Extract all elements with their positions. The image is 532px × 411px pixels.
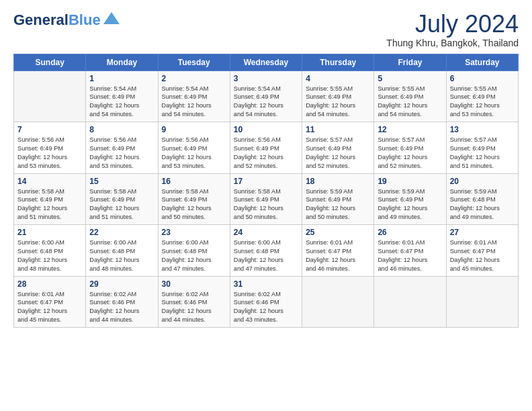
location: Thung Khru, Bangkok, Thailand <box>386 38 519 48</box>
day-info: Sunrise: 5:59 AMSunset: 6:49 PMDaylight:… <box>378 187 442 222</box>
day-info: Sunrise: 5:57 AMSunset: 6:49 PMDaylight:… <box>306 136 370 171</box>
day-info: Sunrise: 5:56 AMSunset: 6:49 PMDaylight:… <box>89 136 154 171</box>
calendar-table: SundayMondayTuesdayWednesdayThursdayFrid… <box>13 54 519 328</box>
day-info: Sunrise: 5:58 AMSunset: 6:49 PMDaylight:… <box>17 187 82 222</box>
calendar-cell: 16Sunrise: 5:58 AMSunset: 6:49 PMDayligh… <box>158 173 230 225</box>
weekday-header-cell: Tuesday <box>158 54 230 71</box>
day-info: Sunrise: 6:02 AMSunset: 6:46 PMDaylight:… <box>162 290 226 325</box>
day-info: Sunrise: 6:00 AMSunset: 6:48 PMDaylight:… <box>162 238 226 273</box>
day-number: 15 <box>89 177 154 186</box>
day-info: Sunrise: 6:01 AMSunset: 6:47 PMDaylight:… <box>306 238 370 273</box>
day-number: 3 <box>234 74 298 83</box>
day-info: Sunrise: 5:57 AMSunset: 6:49 PMDaylight:… <box>378 136 442 171</box>
day-number: 1 <box>89 74 154 83</box>
logo: GeneralBlue <box>13 11 121 30</box>
calendar-week-row: 7Sunrise: 5:56 AMSunset: 6:49 PMDaylight… <box>14 122 519 174</box>
day-number: 9 <box>162 125 226 134</box>
calendar-week-row: 28Sunrise: 6:01 AMSunset: 6:47 PMDayligh… <box>14 276 519 328</box>
calendar-cell: 17Sunrise: 5:58 AMSunset: 6:49 PMDayligh… <box>230 173 302 225</box>
weekday-header-cell: Wednesday <box>230 54 302 71</box>
day-info: Sunrise: 5:54 AMSunset: 6:49 PMDaylight:… <box>162 85 226 120</box>
title-area: July 2024 Thung Khru, Bangkok, Thailand <box>386 11 519 48</box>
day-info: Sunrise: 5:58 AMSunset: 6:49 PMDaylight:… <box>234 187 298 222</box>
day-info: Sunrise: 5:55 AMSunset: 6:49 PMDaylight:… <box>450 85 515 120</box>
day-number: 2 <box>162 74 226 83</box>
day-info: Sunrise: 5:59 AMSunset: 6:49 PMDaylight:… <box>306 187 370 222</box>
calendar-cell: 26Sunrise: 6:01 AMSunset: 6:47 PMDayligh… <box>374 225 446 277</box>
day-info: Sunrise: 5:56 AMSunset: 6:49 PMDaylight:… <box>162 136 226 171</box>
day-number: 21 <box>17 228 82 237</box>
day-info: Sunrise: 6:02 AMSunset: 6:46 PMDaylight:… <box>234 290 298 325</box>
weekday-header-row: SundayMondayTuesdayWednesdayThursdayFrid… <box>14 54 519 71</box>
day-info: Sunrise: 5:58 AMSunset: 6:49 PMDaylight:… <box>162 187 226 222</box>
day-info: Sunrise: 6:02 AMSunset: 6:46 PMDaylight:… <box>89 290 154 325</box>
calendar-cell <box>446 276 518 328</box>
calendar-cell: 1Sunrise: 5:54 AMSunset: 6:49 PMDaylight… <box>86 71 158 122</box>
day-info: Sunrise: 6:00 AMSunset: 6:48 PMDaylight:… <box>89 238 154 273</box>
calendar-cell: 15Sunrise: 5:58 AMSunset: 6:49 PMDayligh… <box>86 173 158 225</box>
day-info: Sunrise: 5:58 AMSunset: 6:49 PMDaylight:… <box>89 187 154 222</box>
calendar-cell: 22Sunrise: 6:00 AMSunset: 6:48 PMDayligh… <box>86 225 158 277</box>
day-info: Sunrise: 5:55 AMSunset: 6:49 PMDaylight:… <box>378 85 442 120</box>
day-number: 27 <box>450 228 515 237</box>
calendar-cell: 10Sunrise: 5:56 AMSunset: 6:49 PMDayligh… <box>230 122 302 174</box>
calendar-week-row: 21Sunrise: 6:00 AMSunset: 6:48 PMDayligh… <box>14 225 519 277</box>
day-number: 13 <box>450 125 515 134</box>
calendar-cell: 7Sunrise: 5:56 AMSunset: 6:49 PMDaylight… <box>14 122 86 174</box>
calendar-cell: 5Sunrise: 5:55 AMSunset: 6:49 PMDaylight… <box>374 71 446 122</box>
calendar-cell: 31Sunrise: 6:02 AMSunset: 6:46 PMDayligh… <box>230 276 302 328</box>
calendar-cell <box>302 276 374 328</box>
day-number: 28 <box>17 279 82 289</box>
day-number: 14 <box>17 177 82 186</box>
calendar-cell: 8Sunrise: 5:56 AMSunset: 6:49 PMDaylight… <box>86 122 158 174</box>
calendar-cell: 9Sunrise: 5:56 AMSunset: 6:49 PMDaylight… <box>158 122 230 174</box>
logo-icon <box>102 11 121 30</box>
logo-text: GeneralBlue <box>13 12 101 28</box>
header: GeneralBlue July 2024 Thung Khru, Bangko… <box>13 11 519 48</box>
svg-marker-0 <box>103 12 120 24</box>
day-info: Sunrise: 5:56 AMSunset: 6:49 PMDaylight:… <box>17 136 82 171</box>
calendar-cell: 3Sunrise: 5:54 AMSunset: 6:49 PMDaylight… <box>230 71 302 122</box>
day-info: Sunrise: 6:01 AMSunset: 6:47 PMDaylight:… <box>17 290 82 325</box>
day-number: 6 <box>450 74 515 83</box>
calendar-cell: 19Sunrise: 5:59 AMSunset: 6:49 PMDayligh… <box>374 173 446 225</box>
day-number: 18 <box>306 177 370 186</box>
calendar-cell: 6Sunrise: 5:55 AMSunset: 6:49 PMDaylight… <box>446 71 518 122</box>
day-info: Sunrise: 5:55 AMSunset: 6:49 PMDaylight:… <box>306 85 370 120</box>
month-year: July 2024 <box>386 11 519 38</box>
calendar-page: GeneralBlue July 2024 Thung Khru, Bangko… <box>0 0 532 334</box>
day-number: 24 <box>234 228 298 237</box>
day-info: Sunrise: 5:57 AMSunset: 6:49 PMDaylight:… <box>450 136 515 171</box>
calendar-cell: 24Sunrise: 6:00 AMSunset: 6:48 PMDayligh… <box>230 225 302 277</box>
weekday-header-cell: Thursday <box>302 54 374 71</box>
calendar-cell: 29Sunrise: 6:02 AMSunset: 6:46 PMDayligh… <box>86 276 158 328</box>
day-number: 17 <box>234 177 298 186</box>
day-number: 23 <box>162 228 226 237</box>
calendar-cell: 2Sunrise: 5:54 AMSunset: 6:49 PMDaylight… <box>158 71 230 122</box>
calendar-cell <box>374 276 446 328</box>
day-number: 7 <box>17 125 82 134</box>
weekday-header-cell: Sunday <box>14 54 86 71</box>
calendar-cell: 30Sunrise: 6:02 AMSunset: 6:46 PMDayligh… <box>158 276 230 328</box>
day-number: 25 <box>306 228 370 237</box>
day-number: 31 <box>234 279 298 289</box>
day-number: 20 <box>450 177 515 186</box>
day-info: Sunrise: 5:56 AMSunset: 6:49 PMDaylight:… <box>234 136 298 171</box>
day-number: 8 <box>89 125 154 134</box>
calendar-cell: 4Sunrise: 5:55 AMSunset: 6:49 PMDaylight… <box>302 71 374 122</box>
calendar-cell <box>14 71 86 122</box>
day-number: 29 <box>89 279 154 289</box>
day-info: Sunrise: 5:54 AMSunset: 6:49 PMDaylight:… <box>234 85 298 120</box>
day-info: Sunrise: 6:01 AMSunset: 6:47 PMDaylight:… <box>450 238 515 273</box>
calendar-cell: 11Sunrise: 5:57 AMSunset: 6:49 PMDayligh… <box>302 122 374 174</box>
calendar-week-row: 14Sunrise: 5:58 AMSunset: 6:49 PMDayligh… <box>14 173 519 225</box>
calendar-cell: 28Sunrise: 6:01 AMSunset: 6:47 PMDayligh… <box>14 276 86 328</box>
day-info: Sunrise: 6:01 AMSunset: 6:47 PMDaylight:… <box>378 238 442 273</box>
calendar-cell: 20Sunrise: 5:59 AMSunset: 6:48 PMDayligh… <box>446 173 518 225</box>
calendar-cell: 12Sunrise: 5:57 AMSunset: 6:49 PMDayligh… <box>374 122 446 174</box>
calendar-cell: 23Sunrise: 6:00 AMSunset: 6:48 PMDayligh… <box>158 225 230 277</box>
calendar-week-row: 1Sunrise: 5:54 AMSunset: 6:49 PMDaylight… <box>14 71 519 122</box>
weekday-header-cell: Friday <box>374 54 446 71</box>
day-number: 19 <box>378 177 442 186</box>
day-number: 12 <box>378 125 442 134</box>
